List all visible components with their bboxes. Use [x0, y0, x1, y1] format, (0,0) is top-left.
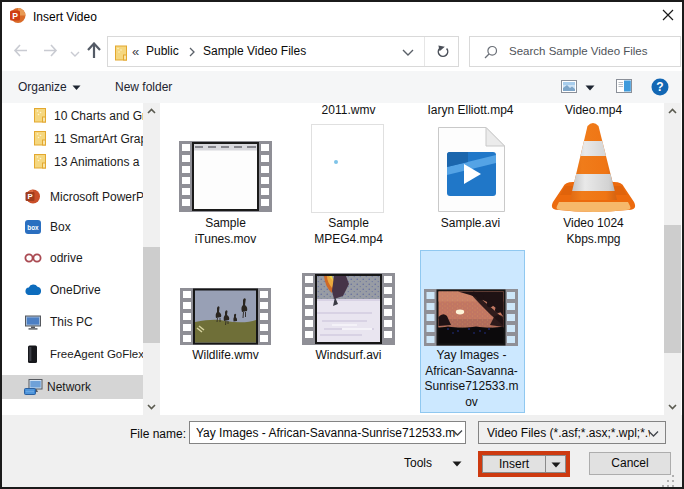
- svg-text:box: box: [27, 224, 39, 231]
- svg-text:P: P: [12, 11, 18, 21]
- svg-text:P: P: [27, 192, 32, 201]
- svg-text:?: ?: [656, 80, 663, 94]
